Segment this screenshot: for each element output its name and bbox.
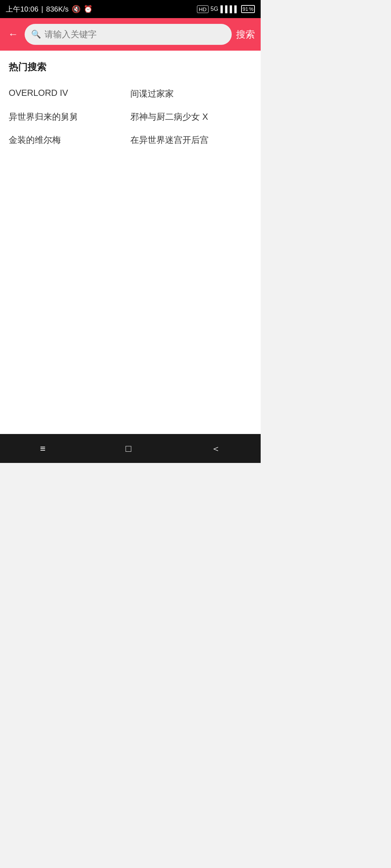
alarm-icon: ⏰ bbox=[84, 5, 93, 13]
status-right: HD 5G ▌▌▌▌ 91 % bbox=[197, 5, 255, 13]
hot-search-item-1[interactable]: OVERLORD IV bbox=[9, 82, 130, 105]
nav-bar: ≡ □ ＜ bbox=[0, 434, 261, 463]
search-icon: 🔍 bbox=[31, 30, 41, 39]
signal-bars-icon: ▌▌▌▌ bbox=[220, 5, 239, 13]
nav-menu-button[interactable]: ≡ bbox=[33, 439, 53, 458]
hot-search-item-2[interactable]: 间谍过家家 bbox=[130, 82, 252, 105]
main-content: 热门搜索 OVERLORD IV 间谍过家家 异世界归来的舅舅 邪神与厨二病少女… bbox=[0, 51, 261, 434]
network-speed: 836K/s bbox=[46, 5, 68, 13]
hot-search-item-4[interactable]: 邪神与厨二病少女 X bbox=[130, 105, 252, 128]
status-bar: 上午10:06 | 836K/s 🔇 ⏰ HD 5G ▌▌▌▌ 91 % bbox=[0, 0, 261, 18]
section-title: 热门搜索 bbox=[9, 61, 252, 73]
nav-home-button[interactable]: □ bbox=[118, 439, 139, 458]
header: ← 🔍 搜索 bbox=[0, 18, 261, 51]
separator: | bbox=[41, 5, 43, 13]
nav-back-button[interactable]: ＜ bbox=[204, 439, 228, 459]
search-button[interactable]: 搜索 bbox=[236, 28, 255, 41]
battery-icon: 91 % bbox=[241, 5, 255, 13]
hot-search-grid: OVERLORD IV 间谍过家家 异世界归来的舅舅 邪神与厨二病少女 X 金装… bbox=[9, 82, 252, 152]
search-bar[interactable]: 🔍 bbox=[25, 24, 232, 45]
hot-search-item-5[interactable]: 金装的维尔梅 bbox=[9, 128, 130, 152]
mute-icon: 🔇 bbox=[72, 5, 81, 13]
hot-search-item-6[interactable]: 在异世界迷宫开后宫 bbox=[130, 128, 252, 152]
back-button[interactable]: ← bbox=[6, 26, 20, 42]
status-left: 上午10:06 | 836K/s 🔇 ⏰ bbox=[6, 4, 93, 14]
signal-5g: 5G bbox=[211, 6, 218, 12]
search-input[interactable] bbox=[45, 29, 225, 39]
hot-search-item-3[interactable]: 异世界归来的舅舅 bbox=[9, 105, 130, 128]
time: 上午10:06 bbox=[6, 4, 38, 14]
hd-badge: HD bbox=[197, 5, 209, 13]
battery-level: 91 bbox=[243, 6, 248, 12]
